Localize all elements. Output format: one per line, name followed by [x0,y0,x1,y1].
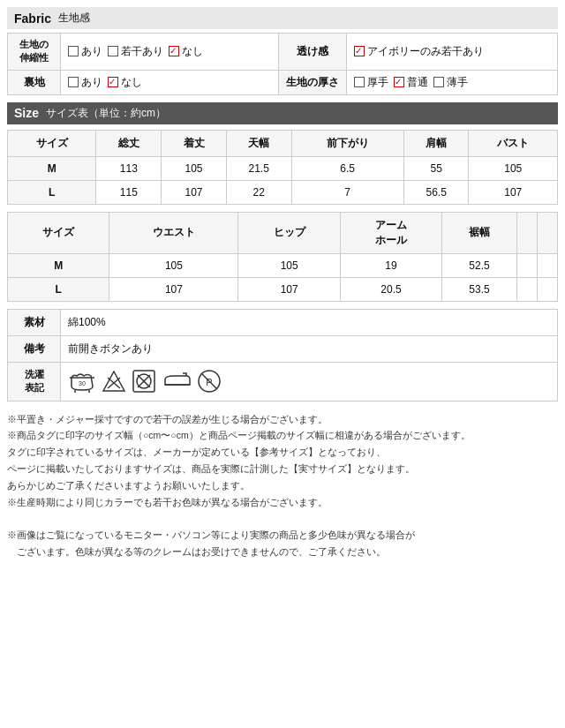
stretch-option-ari: あり [68,44,102,59]
footnote-3: タグに印字されているサイズは、メーカーが定めている【参考サイズ】となっており、 [7,445,558,460]
col-size2: サイズ [8,212,109,253]
stretch-row: 生地の伸縮性 あり 若干あり なし [8,34,558,71]
size-header: Size サイズ表（単位：約cm） [7,102,558,124]
col-maesagari: 前下がり [291,130,403,156]
footnote-spacer [7,511,558,526]
laundry-label: 洗濯表記 [8,362,61,401]
laundry-no-tumble-icon [132,369,156,394]
checkbox-empty [68,77,79,87]
table-row: L 115 107 22 7 56.5 107 [8,180,558,204]
col-tenhaba: 天幅 [226,130,291,156]
size-m: M [8,156,96,180]
thickness-options: 厚手 普通 薄手 [347,70,558,94]
material-row: 素材 綿100% [8,309,558,335]
size-table-1: サイズ 総丈 着丈 天幅 前下がり 肩幅 バスト M 113 105 21.5 … [7,130,558,205]
notes-label: 備考 [8,335,61,362]
size-table1-header-row: サイズ 総丈 着丈 天幅 前下がり 肩幅 バスト [8,130,558,156]
table-row: M 113 105 21.5 6.5 55 105 [8,156,558,180]
fabric-title-ja: 生地感 [58,11,90,26]
fabric-title-en: Fabric [14,11,51,26]
col-waist: ウエスト [109,212,238,253]
footnote-6: ※生産時期により同じカラーでも若干お色味が異なる場合がございます。 [7,495,558,510]
checkbox-empty [354,77,365,87]
fabric-table: 生地の伸縮性 あり 若干あり なし [7,33,558,95]
col-hip: ヒップ [238,212,340,253]
lining-option-ari: あり [68,75,102,90]
checkbox-empty [68,46,79,56]
svg-marker-1 [103,372,124,391]
size-section: Size サイズ表（単位：約cm） サイズ 総丈 着丈 天幅 前下がり 肩幅 バ… [7,102,558,402]
footnote-2: ※商品タグに印字のサイズ幅（○cm〜○cm）と商品ページ掲載のサイズ幅に相違があ… [7,428,558,443]
size-l2: L [8,277,109,301]
col-hemwidth: 裾幅 [442,212,517,253]
lining-row: 裏地 あり なし 生地の厚さ [8,70,558,94]
col-armhole: アームホール [340,212,441,253]
checkbox-checked [169,46,179,56]
transparency-options: アイボリーのみ若干あり [347,34,558,71]
fabric-section: Fabric 生地感 生地の伸縮性 あり 若干あり [7,7,558,95]
notes-value: 前開きボタンあり [61,335,558,362]
thickness-option-thin: 薄手 [433,75,468,90]
laundry-icons-container: 30 [68,369,550,394]
table-row: L 107 107 20.5 53.5 [8,277,558,301]
checkbox-empty [108,46,118,56]
lining-options: あり なし [61,70,279,94]
checkbox-checked [354,46,365,56]
table-row: M 105 105 19 52.5 [8,253,558,277]
checkbox-checked [394,77,404,87]
size-title-ja: サイズ表（単位：約cm） [46,106,166,121]
col-katahaba: 肩幅 [403,130,469,156]
col-bust: バスト [469,130,558,156]
size-title-en: Size [14,106,39,120]
thickness-option-thick: 厚手 [354,75,388,90]
size-table-2: サイズ ウエスト ヒップ アームホール 裾幅 M 105 105 19 52.5… [7,212,558,302]
stretch-label: 生地の伸縮性 [8,34,61,71]
laundry-no-dryclean-icon: P [197,369,222,394]
lining-label: 裏地 [8,70,61,94]
laundry-no-bleach-icon [102,369,126,394]
footnote-5: あらかじめご了承くださいますようお願いいたします。 [7,478,558,493]
material-value: 綿100% [61,309,558,335]
notes-row: 備考 前開きボタンあり [8,335,558,362]
footnote-8: ございます。色味が異なる等のクレームはお受けできませんので、ご了承ください。 [7,544,558,559]
stretch-option-nashi: なし [169,44,203,59]
footnote-4: ページに掲載いたしておりますサイズは、商品を実際に計測した【実寸サイズ】となりま… [7,462,558,477]
stretch-option-yakkan: 若干あり [108,44,163,59]
material-label: 素材 [8,309,61,335]
col-kittake: 着丈 [162,130,227,156]
thickness-label: 生地の厚さ [279,70,347,94]
footnotes: ※平置き・メジャー採寸ですので若干の誤差が生じる場合がございます。 ※商品タグに… [7,409,558,565]
checkbox-empty [433,77,444,87]
stretch-options: あり 若干あり なし [61,34,279,71]
size-table2-header-row: サイズ ウエスト ヒップ アームホール 裾幅 [8,212,558,253]
checkbox-checked [108,77,118,87]
info-table: 素材 綿100% 備考 前開きボタンあり 洗濯表記 [7,309,558,402]
col-total: 総丈 [96,130,162,156]
col-size: サイズ [8,130,96,156]
laundry-tub-icon: 30 [68,369,96,394]
col-empty2 [537,212,557,253]
transparency-option: アイボリーのみ若干あり [354,44,484,59]
thickness-option-normal: 普通 [394,75,428,90]
laundry-row: 洗濯表記 30 [8,362,558,401]
svg-text:30: 30 [79,380,86,387]
fabric-header: Fabric 生地感 [7,7,558,29]
size-m2: M [8,253,109,277]
size-l: L [8,180,96,204]
lining-option-nashi: なし [108,75,142,90]
laundry-icons-cell: 30 [61,362,558,401]
transparency-label: 透け感 [279,34,347,71]
footnote-1: ※平置き・メジャー採寸ですので若干の誤差が生じる場合がございます。 [7,412,558,427]
laundry-iron-icon [162,369,192,394]
col-empty1 [516,212,537,253]
footnote-7: ※画像はご覧になっているモニター・パソコン等により実際の商品と多少色味が異なる場… [7,528,558,543]
